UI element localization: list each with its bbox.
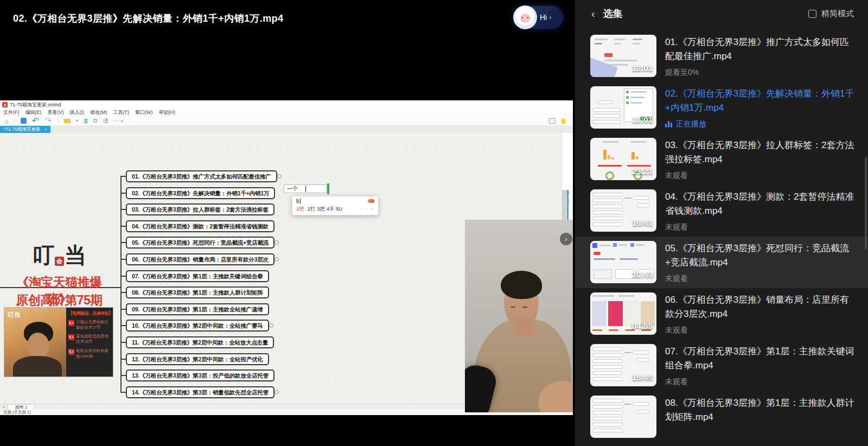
sheet-collapse-icon[interactable]: «: [3, 405, 5, 410]
video-thumbnail[interactable]: 04:55: [590, 292, 656, 335]
webcam-person-hair: [501, 271, 542, 299]
playlist-item-title: 08.《万相台无界3层推》第1层：主推款人群计划矩阵.mp4: [665, 396, 855, 424]
video-thumbnail[interactable]: 12:01: [590, 35, 656, 77]
mindmap-node[interactable]: 07.《万相台无界3层推》第1层：主推款关键词组合拳: [126, 270, 269, 282]
watermark-line2: 原创高阶第75期: [5, 292, 113, 309]
playlist-item-status: 未观看: [665, 274, 855, 284]
menu-item[interactable]: 修改(M): [90, 109, 107, 116]
document-tab-label: *71-75期淘宝更新: [4, 126, 41, 133]
assistant-label: Hi: [540, 13, 547, 22]
webcam-person-eye: [510, 307, 515, 308]
duration-badge: 11:01: [632, 115, 653, 124]
mindmap-node[interactable]: 01.《万相台无界3层推》推广方式太多如何匹配最佳推广: [126, 170, 277, 182]
more-icon[interactable]: ⋯ ▾: [113, 118, 123, 124]
playlist-header: ‹ 选集 精简模式: [575, 0, 868, 27]
playlist-item[interactable]: 12:0101.《万相台无界3层推》推广方式太多如何匹配最佳推广.mp4观看至0…: [575, 30, 868, 82]
menu-item[interactable]: 工具(T): [113, 109, 130, 116]
sidebar-scrollbar[interactable]: [865, 157, 867, 250]
promo-panel: 【电商路远，见者有份】 礼1万相台无界终极打爆款技术17节礼2蓝海超级选品原创技…: [66, 308, 113, 377]
undo-icon[interactable]: ↶: [32, 116, 39, 126]
playlist-item-title: 01.《万相台无界3层推》推广方式太多如何匹配最佳推广.mp4: [665, 35, 855, 63]
menu-item[interactable]: 文件(F): [3, 109, 20, 116]
mindmap-node[interactable]: 05.《万相台无界3层推》死怼同行：竞品截流+竞店截流: [126, 237, 275, 249]
highlighter-icon[interactable]: [64, 119, 71, 123]
sheet-tab[interactable]: 画布 1: [8, 404, 34, 410]
presentation-icon[interactable]: [549, 118, 556, 124]
playlist-item-text: 02.《万相台无界3层推》先解决销量：外销1千+内销1万.mp4正在播放: [665, 86, 855, 129]
document-tab[interactable]: *71-75期淘宝更新 ×: [0, 126, 50, 133]
promo-item-text: 电商运营资料和表格1000份: [76, 348, 111, 359]
gift-badge: 礼1: [68, 320, 74, 326]
home-icon[interactable]: ⌂: [4, 117, 8, 125]
video-thumbnail[interactable]: 15:45: [590, 344, 656, 386]
menu-item[interactable]: 窗口(W): [135, 109, 153, 116]
video-thumbnail[interactable]: 10:49: [590, 241, 656, 283]
text-caret: [305, 186, 306, 192]
gift-badge: 礼3: [68, 349, 74, 355]
back-chevron-icon[interactable]: ‹: [591, 8, 595, 19]
promo-item-text: 蓝海超级选品原创技术16节: [76, 334, 111, 345]
assistant-pill[interactable]: Hi ›: [513, 6, 563, 29]
video-thumbnail[interactable]: 23:21: [590, 138, 656, 180]
dropdown-caret-icon[interactable]: ▾: [76, 119, 78, 123]
tab-close-icon[interactable]: ×: [44, 127, 47, 132]
duration-badge: 10:49: [632, 270, 653, 279]
mindmap-node[interactable]: 14.《万相台无界3层推》第3层：销量低款先怼全店托管: [126, 386, 275, 398]
promo-item-text: 万相台无界终极打爆款技术17节: [76, 320, 111, 330]
ime-candidate-selected[interactable]: 1吧: [296, 206, 304, 213]
status-label: 未观看: [665, 222, 688, 232]
mindmap-node[interactable]: 13.《万相台无界3层推》第3层：投产低的款放全店托管: [126, 369, 275, 381]
brand-logo: 叮 会 当: [33, 240, 86, 270]
promo-photo: 叮当: [4, 308, 66, 377]
mindmap-node[interactable]: 10.《万相台无界3层推》第2层中间款：全站推广赛马: [126, 320, 269, 332]
playlist-item[interactable]: 11:0102.《万相台无界3层推》先解决销量：外销1千+内销1万.mp4正在播…: [575, 82, 868, 133]
relationship-icon[interactable]: ⧉: [93, 118, 98, 124]
mindmap-node[interactable]: 12.《万相台无界3层推》第2层中间款：全站投产优化: [126, 353, 269, 365]
mindmap-node[interactable]: 11.《万相台无界3层推》第2层中间款：全站放大点击量: [126, 336, 274, 348]
playlist-item[interactable]: 23:2103.《万相台无界3层推》拉人群标签：2套方法强拉标签.mp4未观看: [575, 133, 868, 185]
redo-icon[interactable]: ↷: [44, 116, 52, 126]
edit-resize-handle[interactable]: [327, 183, 329, 194]
playlist-item-title: 06.《万相台无界3层推》销量布局：店里所有款分3层次.mp4: [665, 293, 855, 321]
toolbar-divider: |: [58, 118, 59, 124]
mindmap-node[interactable]: 02.《万相台无界3层推》先解决销量：外销1千+内销1万: [126, 187, 275, 199]
playlist-toggle-button[interactable]: ›: [560, 233, 572, 245]
assistant-avatar: [513, 5, 537, 29]
playlist-item[interactable]: 10:4905.《万相台无界3层推》死怼同行：竞品截流+竞店截流.mp4未观看: [575, 237, 868, 288]
ime-candidates[interactable]: 2打 3把 4不 5U: [308, 206, 342, 213]
mindmap-node[interactable]: 04.《万相台无界3层推》测款：2套暂停法精准省钱测款: [126, 220, 275, 232]
playlist-item-title: 07.《万相台无界3层推》第1层：主推款关键词组合拳.mp4: [665, 345, 855, 372]
playlist-item[interactable]: 08.《万相台无界3层推》第1层：主推款人群计划矩阵.mp4: [575, 391, 868, 442]
playlist-item[interactable]: 04:5506.《万相台无界3层推》销量布局：店里所有款分3层次.mp4未观看: [575, 288, 868, 340]
node-edit-text: 一个: [287, 185, 298, 193]
lightbulb-icon[interactable]: [561, 118, 566, 123]
video-thumbnail[interactable]: 16:41: [590, 189, 656, 232]
menu-item[interactable]: 帮助(H): [159, 109, 176, 116]
duration-badge: 16:41: [632, 218, 653, 227]
mindmap-node[interactable]: 03.《万相台无界3层推》拉人群标签：2套方法强拉标签: [126, 203, 275, 215]
video-thumbnail[interactable]: 11:01: [590, 86, 656, 129]
compact-mode-toggle[interactable]: 精简模式: [808, 9, 854, 19]
mindmap-node[interactable]: 06.《万相台无界3层推》销量布局：店里所有款分3层次: [126, 253, 275, 265]
playlist-item[interactable]: 15:4507.《万相台无界3层推》第1层：主推款关键词组合拳.mp4未观看: [575, 340, 868, 391]
menu-item[interactable]: 插入(I): [70, 109, 85, 116]
playlist-item-title: 02.《万相台无界3层推》先解决销量：外销1千+内销1万.mp4: [665, 87, 855, 114]
duration-badge: 12:01: [632, 63, 653, 73]
playlist-item[interactable]: 16:4104.《万相台无界3层推》测款：2套暂停法精准省钱测款.mp4未观看: [575, 185, 868, 237]
mindmap-node[interactable]: 09.《万相台无界3层推》第1层：主推款全站推广递增: [126, 303, 269, 315]
node-edit-box[interactable]: 一个: [284, 184, 327, 193]
xmind-window-title: 71-75期淘宝更新.xmind: [10, 101, 61, 109]
mindmap-node[interactable]: 08.《万相台无界3层推》第1层：主推款人群计划矩阵: [126, 286, 269, 298]
summary-icon[interactable]: ⇶: [103, 118, 108, 124]
compact-mode-checkbox[interactable]: [808, 10, 816, 18]
style-icon[interactable]: S: [84, 118, 87, 124]
save-icon[interactable]: [21, 118, 27, 124]
ime-paging-icons[interactable]: ‹ › ˅: [361, 207, 374, 212]
promo-logo: 叮当: [8, 310, 21, 320]
playlist-item-title: 05.《万相台无界3层推》死怼同行：竞品截流+竞店截流.mp4: [665, 241, 855, 269]
video-thumbnail[interactable]: [590, 396, 656, 438]
xmind-titlebar: X 71-75期淘宝更新.xmind: [0, 100, 573, 109]
playlist-item-text: 07.《万相台无界3层推》第1层：主推款关键词组合拳.mp4未观看: [665, 344, 855, 387]
compact-mode-label: 精简模式: [821, 9, 854, 19]
promo-header: 【电商路远，见者有份】: [68, 310, 111, 316]
